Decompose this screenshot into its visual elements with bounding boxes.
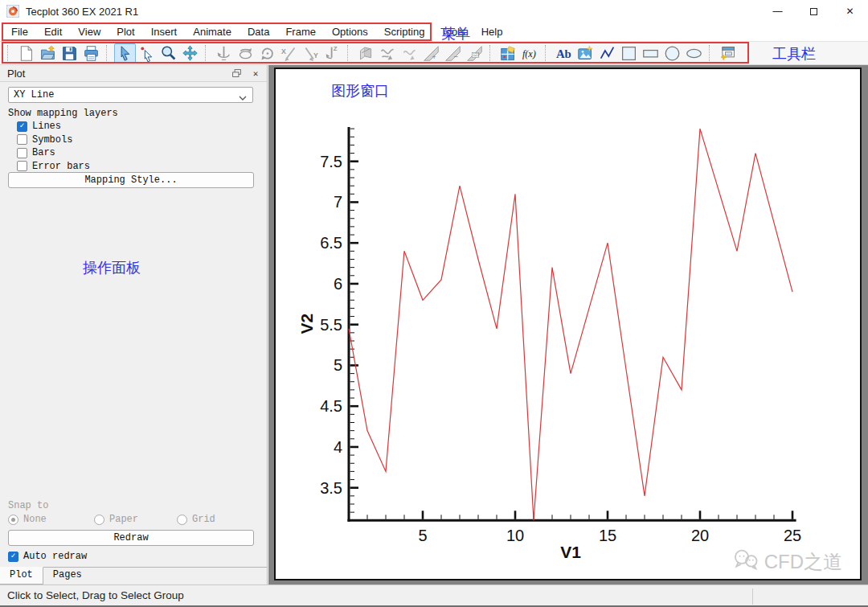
ellipse-icon[interactable] [683,43,705,64]
slice-icon[interactable] [355,43,377,64]
new-layout-icon[interactable] [15,43,37,64]
svg-text:5: 5 [418,527,427,544]
auto-redraw-row[interactable]: ✓ Auto redraw [8,551,87,562]
menu-item-plot[interactable]: Plot [108,23,142,41]
rectangle-icon[interactable] [640,43,661,64]
snap-radio-grid[interactable]: Grid [177,514,215,525]
layer-row-bars[interactable]: Bars [17,147,55,158]
watermark-text: CFD之道 [764,549,842,575]
sidebar-titlebar[interactable]: Plot ✕ [0,65,267,82]
toolbar-separator [347,45,352,61]
menu-item-edit[interactable]: Edit [36,23,70,41]
svg-text:3.5: 3.5 [320,479,342,497]
rotate-z-icon[interactable]: Z [321,43,343,64]
checkbox-lines[interactable]: ✓ [17,121,27,132]
plot-sidebar: Plot ✕ XY Line Show mapping layers ✓Line… [0,65,268,584]
toolbar-separator [106,45,111,61]
float-panel-icon[interactable] [230,67,243,80]
translate-icon[interactable] [179,43,201,64]
text-icon[interactable]: Ab [553,43,575,64]
svg-text:7: 7 [334,193,342,211]
tab-pages[interactable]: Pages [43,568,92,585]
window-title: Tecplot 360 EX 2021 R1 [26,6,138,18]
toolbar-group-2 [114,43,201,64]
svg-text:6.5: 6.5 [320,234,342,252]
svg-text:4: 4 [334,438,342,456]
plot-type-dropdown[interactable]: XY Line [8,87,253,103]
close-panel-icon[interactable]: ✕ [249,67,262,80]
checkbox-error-bars[interactable] [17,161,27,171]
equations-icon[interactable]: f(x) [519,43,541,64]
titlebar: Tecplot 360 EX 2021 R1 — ✕ [0,0,868,23]
minimize-button[interactable]: — [760,0,796,23]
contour-label-icon[interactable]: 123 [464,43,485,64]
contour-sub-icon[interactable]: − [442,43,464,64]
workspace: 3.544.555.566.577.5510152025V1V2 CFD之道 [268,65,868,584]
close-button[interactable]: ✕ [832,0,868,23]
menu-item-animate[interactable]: Animate [185,23,240,41]
layer-row-lines[interactable]: ✓Lines [17,121,61,132]
snap-radio-none[interactable]: None [8,514,47,525]
svg-text:5: 5 [334,356,342,374]
zone-style-icon[interactable] [497,43,519,64]
toolbar-group-4: +−123 [355,43,485,64]
rotate-rollerball-icon[interactable] [235,43,256,64]
toolbar-group-1 [15,43,102,64]
layer-row-error-bars[interactable]: Error bars [17,161,90,172]
menu-item-tools[interactable]: Tools [432,23,473,41]
image-icon[interactable] [575,43,596,64]
rotate-sphere-icon[interactable] [213,43,235,64]
svg-text:V2: V2 [297,314,316,334]
print-icon[interactable] [80,43,102,64]
radio-icon[interactable] [177,515,187,525]
tab-plot[interactable]: Plot [0,567,43,584]
redraw-button[interactable]: Redraw [8,530,254,546]
status-bar: Click to Select, Drag to Select Group [0,584,868,607]
radio-label: Grid [192,514,215,525]
rotate-x-icon[interactable]: X [278,43,300,64]
streamtrace-add-icon[interactable] [377,43,399,64]
polyline-icon[interactable] [596,43,618,64]
menu-item-data[interactable]: Data [240,23,277,41]
streamtrace-end-icon[interactable] [399,43,420,64]
select-icon[interactable] [114,43,136,64]
plot-frame[interactable]: 3.544.555.566.577.5510152025V1V2 CFD之道 [274,68,862,580]
menu-item-scripting[interactable]: Scripting [376,23,433,41]
adjust-icon[interactable] [136,43,158,64]
menu-item-insert[interactable]: Insert [143,23,186,41]
menu-item-options[interactable]: Options [324,23,376,41]
new-frame-icon[interactable] [717,43,739,64]
rotate-twist-icon[interactable] [256,43,278,64]
svg-text:V1: V1 [560,543,581,561]
toolbar-group-5: f(x) [497,43,541,64]
svg-text:5.5: 5.5 [320,316,342,334]
contour-add-icon[interactable]: + [420,43,442,64]
square-icon[interactable] [618,43,640,64]
open-layout-icon[interactable] [37,43,59,64]
auto-redraw-label: Auto redraw [23,551,87,562]
xy-line-chart[interactable]: 3.544.555.566.577.5510152025V1V2 [276,69,860,579]
mapping-style-button[interactable]: Mapping Style... [8,172,254,188]
checkbox-bars[interactable] [17,148,27,158]
svg-text:7.5: 7.5 [320,153,342,170]
snap-radio-paper[interactable]: Paper [94,514,138,525]
menu-item-view[interactable]: View [70,23,108,41]
rotate-y-icon[interactable]: Y [300,43,321,64]
menu-item-file[interactable]: File [3,23,36,41]
menu-item-help[interactable]: Help [473,23,511,41]
checkbox-symbols[interactable] [17,134,27,145]
layer-row-symbols[interactable]: Symbols [17,134,72,146]
maximize-button[interactable] [796,0,832,23]
save-layout-icon[interactable] [59,43,80,64]
zoom-icon[interactable] [158,43,179,64]
checkbox-label: Symbols [32,134,72,146]
svg-text:Y: Y [313,51,318,59]
mapping-layers-label: Show mapping layers [8,108,118,119]
auto-redraw-checkbox[interactable]: ✓ [8,552,18,562]
menu-item-frame[interactable]: Frame [277,23,324,41]
radio-icon[interactable] [8,515,18,525]
radio-icon[interactable] [94,515,104,525]
checkbox-label: Bars [32,147,55,158]
circle-icon[interactable] [661,43,683,64]
checkbox-label: Error bars [32,161,90,172]
